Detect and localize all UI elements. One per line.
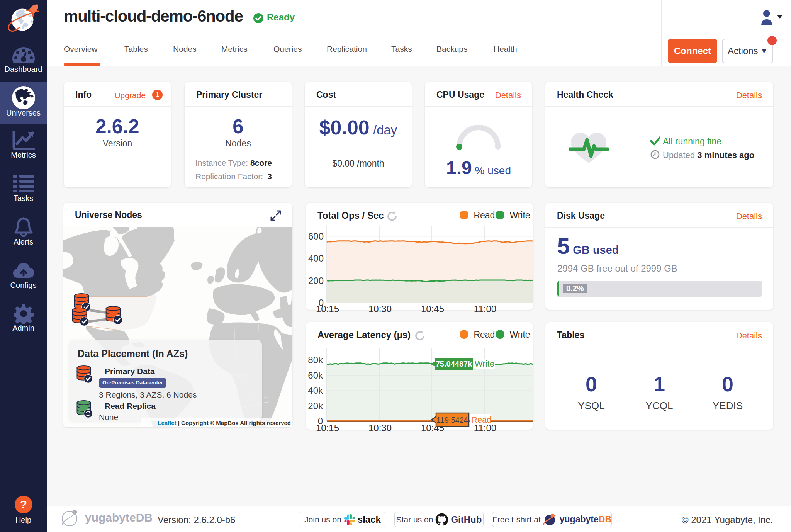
- svg-text:10:15: 10:15: [316, 423, 339, 433]
- svg-text:200: 200: [308, 275, 324, 286]
- svg-text:600: 600: [308, 231, 324, 241]
- svg-text:400: 400: [308, 253, 324, 263]
- svg-text:20k: 20k: [308, 401, 323, 411]
- svg-text:119.5424: 119.5424: [436, 416, 468, 424]
- svg-text:10:30: 10:30: [368, 304, 392, 314]
- svg-text:10:15: 10:15: [316, 304, 339, 314]
- svg-text:11:00: 11:00: [474, 304, 496, 314]
- svg-text:Read: Read: [471, 415, 492, 425]
- svg-text:10:30: 10:30: [368, 423, 392, 433]
- svg-text:Write: Write: [475, 359, 494, 369]
- svg-text:40k: 40k: [308, 385, 323, 396]
- svg-text:75.04487k: 75.04487k: [436, 360, 472, 368]
- svg-text:10:45: 10:45: [421, 304, 444, 314]
- svg-text:60k: 60k: [308, 370, 323, 381]
- svg-text:80k: 80k: [308, 355, 323, 365]
- svg-text:?: ?: [20, 498, 27, 511]
